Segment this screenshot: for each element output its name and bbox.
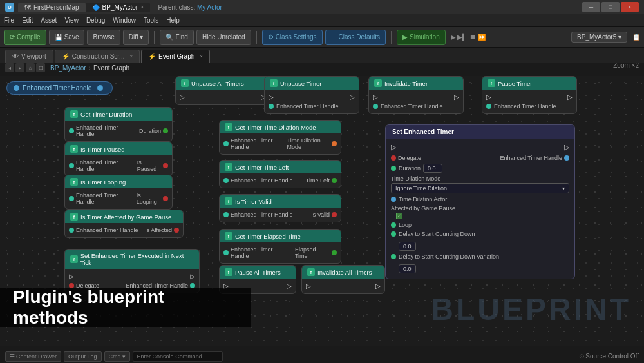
get-timer-duration-node[interactable]: f Get Timer Duration Enhanced Timer Hand… (64, 107, 173, 142)
pin-enhanced-handle (269, 104, 274, 109)
blueprint-canvas[interactable]: Enhanced Timer Handle f Unpause All Time… (0, 76, 644, 346)
nav-grid-button[interactable]: ⊞ (36, 63, 45, 72)
maximize-button[interactable]: □ (601, 2, 620, 12)
construction-icon: ⚡ (62, 53, 70, 60)
get-time-left-header: f Get Timer Time Left (220, 161, 341, 173)
nav-forward-button[interactable]: ▸ (15, 63, 24, 72)
get-elapsed-node[interactable]: f Get Timer Elapsed Time Enhanced Timer … (219, 229, 341, 264)
tab-first-person-map[interactable]: 🗺 FirstPersonMap (18, 3, 86, 12)
hide-unrelated-button[interactable]: Hide Unrelated (196, 30, 251, 45)
breadcrumb-parent[interactable]: BP_MyActor (50, 64, 86, 72)
is-affected-node[interactable]: f Is Timer Affected by Game Pause Enhanc… (64, 210, 184, 238)
minimize-button[interactable]: ─ (582, 2, 600, 12)
handle-out-dot (97, 85, 103, 91)
handle-pin-dot (14, 85, 19, 91)
bp-name-dropdown[interactable]: BP_MyActor5 ▾ (571, 32, 627, 43)
viewport-icon: 👁 (12, 53, 19, 60)
toolbar-icon-extra: 📋 (632, 34, 640, 41)
pause-timer-header: f Pause Timer (482, 77, 576, 90)
is-timer-paused-node[interactable]: f Is Timer Paused Enhanced Timer Handle … (64, 142, 173, 177)
delay-var-field[interactable]: 0.0 (399, 264, 416, 273)
unpause-all-header: f Unpause All Timers (176, 77, 270, 90)
menubar: File Edit Asset View Debug Window Tools … (0, 14, 644, 27)
toolbar-separator-3 (391, 31, 392, 44)
output-log-button[interactable]: Output Log (64, 351, 102, 362)
compile-button[interactable]: ⟳ Compile (4, 30, 46, 45)
get-elapsed-header: f Get Timer Elapsed Time (220, 230, 341, 242)
is-looping-header: f Is Timer Looping (65, 175, 172, 188)
defaults-icon: ☰ (331, 34, 337, 41)
overlay-title-text: Plugin's blueprint methods (13, 287, 238, 328)
menu-tools[interactable]: Tools (144, 17, 158, 24)
affected-checkbox[interactable]: ✓ (396, 213, 402, 219)
cmd-dropdown[interactable]: Cmd ▾ (104, 351, 130, 362)
duration-field[interactable]: 0.0 (423, 164, 442, 173)
get-duration-header: f Get Timer Duration (65, 108, 172, 121)
close-button[interactable]: × (621, 2, 639, 12)
nav-back-button[interactable]: ◂ (5, 63, 14, 72)
menu-help[interactable]: Help (166, 17, 180, 24)
sim-icon: ▶ (402, 34, 408, 41)
pause-all-header: f Pause All Timers (220, 266, 296, 279)
invalidate-all-header: f Invalidate All Timers (302, 266, 384, 279)
editor-tabs: 👁 Viewport ⚡ Construction Scr... × ⚡ Eve… (0, 48, 644, 63)
save-button[interactable]: 💾 Save (49, 30, 85, 45)
tab-bp-myactor[interactable]: 🔷 BP_MyActor × (86, 3, 151, 12)
overlay-title-bar: Plugin's blueprint methods (0, 288, 251, 327)
is-timer-valid-node[interactable]: f Is Timer Valid Enhanced Timer Handle I… (219, 194, 341, 222)
unpause-all-timers-node[interactable]: f Unpause All Timers ▷ ▷ (175, 76, 270, 105)
invalidate-all-node[interactable]: f Invalidate All Timers ▷ ▷ (301, 265, 385, 294)
console-input[interactable] (133, 351, 223, 362)
unpause-all-exec-pin: ▷ ▷ (176, 92, 270, 102)
unpause-timer-header: f Unpause Timer (265, 77, 359, 90)
window-controls: ─ □ × (582, 2, 639, 12)
nav-home-button[interactable]: ⌂ (26, 63, 35, 72)
enhanced-handle-node[interactable]: Enhanced Timer Handle (6, 81, 113, 95)
invalidate-timer-node[interactable]: f Invalidate Timer ▷ ▷ Enhanced Timer Ha… (368, 76, 464, 114)
class-defaults-button[interactable]: ☰ Class Defaults (325, 30, 386, 45)
is-paused-header: f Is Timer Paused (65, 142, 172, 155)
pause-timer-node[interactable]: f Pause Timer ▷ ▷ Enhanced Timer Handle (482, 76, 577, 114)
event-graph-icon: ⚡ (148, 53, 156, 60)
drawer-icon: ☰ (10, 353, 15, 360)
parent-class-label: Parent class: My Actor (158, 4, 222, 11)
get-time-left-node[interactable]: f Get Timer Time Left Enhanced Timer Han… (219, 160, 341, 188)
menu-debug[interactable]: Debug (86, 17, 105, 24)
invalidate-timer-header: f Invalidate Timer (369, 77, 463, 90)
tab-event-graph[interactable]: ⚡ Event Graph × (141, 50, 210, 63)
source-control-status[interactable]: ⊙ Source Control Off (579, 353, 639, 360)
is-timer-looping-node[interactable]: f Is Timer Looping Enhanced Timer Handle… (64, 175, 173, 210)
chevron-down-icon: ▾ (122, 353, 126, 360)
toolbar-separator-2 (256, 31, 257, 44)
toolbar-separator (154, 31, 155, 44)
f-icon: f (181, 79, 189, 87)
class-settings-button[interactable]: ⚙ Class Settings (262, 30, 323, 45)
parent-class-link[interactable]: My Actor (197, 4, 222, 11)
menu-asset[interactable]: Asset (41, 17, 57, 24)
tab-viewport[interactable]: 👁 Viewport (5, 50, 53, 63)
browse-button[interactable]: Browse (87, 30, 120, 45)
set-enhanced-timer-node[interactable]: Set Enhanced Timer ▷ ▷ Delegate Enhanced… (385, 124, 575, 279)
simulation-button[interactable]: ▶ Simulation (397, 30, 446, 45)
save-icon: 💾 (55, 34, 62, 41)
get-time-dilation-node[interactable]: f Get Timer Time Dilation Mode Enhanced … (219, 120, 341, 155)
delay-field[interactable]: 0.0 (399, 242, 416, 251)
content-drawer-button[interactable]: ☰ Content Drawer (5, 351, 61, 362)
blueprint-watermark: BLUEPRINT (431, 291, 631, 327)
diff-button[interactable]: Diff ▾ (123, 30, 149, 45)
tab-construction[interactable]: ⚡ Construction Scr... × (55, 50, 140, 63)
find-button[interactable]: 🔍 Find (160, 30, 193, 45)
time-dilation-dropdown[interactable]: Ignore Time Dilation ▾ (391, 183, 569, 193)
menu-view[interactable]: View (64, 17, 79, 24)
titlebar: U 🗺 FirstPersonMap 🔷 BP_MyActor × Parent… (0, 0, 644, 14)
menu-window[interactable]: Window (113, 17, 136, 24)
app-icon: U (5, 3, 14, 12)
unpause-timer-node[interactable]: f Unpause Timer ▷ ▷ Enhanced Timer Handl… (264, 76, 359, 114)
settings-icon: ⚙ (268, 34, 274, 41)
is-valid-header: f Is Timer Valid (220, 195, 341, 208)
zoom-level: Zoom ×2 (613, 62, 639, 69)
breadcrumb-current: Event Graph (93, 64, 129, 72)
menu-file[interactable]: File (4, 17, 14, 24)
menu-edit[interactable]: Edit (22, 17, 33, 24)
find-icon: 🔍 (166, 34, 173, 41)
